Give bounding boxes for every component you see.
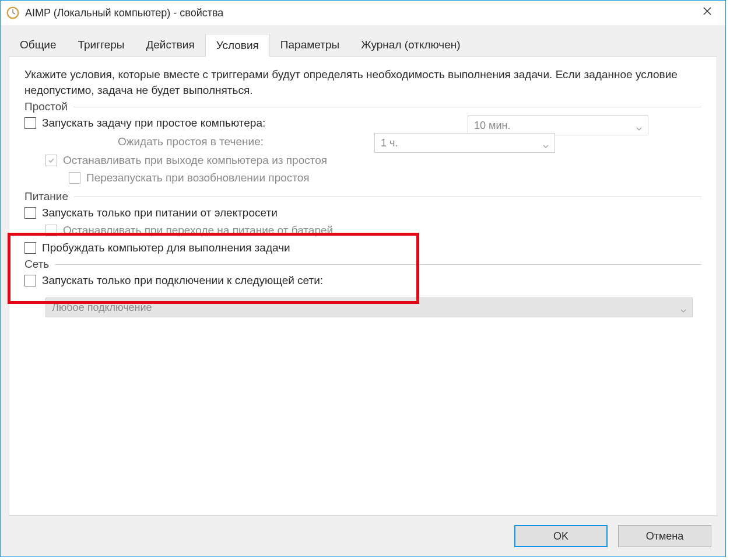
- cancel-button[interactable]: Отмена: [618, 525, 711, 547]
- row-stop-on-battery: Останавливать при переходе на питание от…: [24, 224, 701, 237]
- tab-conditions[interactable]: Условия: [205, 34, 270, 57]
- tab-history[interactable]: Журнал (отключен): [350, 33, 472, 57]
- row-stop-on-idle-end: Останавливать при выходе компьютера из п…: [24, 154, 701, 167]
- label-stop-on-idle-end: Останавливать при выходе компьютера из п…: [63, 154, 327, 167]
- group-idle-header: Простой: [24, 100, 701, 113]
- window-title: AIMP (Локальный компьютер) - свойства: [25, 7, 223, 19]
- checkbox-start-if-idle[interactable]: [24, 117, 36, 129]
- client-area: Общие Триггеры Действия Условия Параметр…: [1, 25, 725, 556]
- combo-network-value: Любое подключение: [52, 302, 152, 314]
- row-start-on-network: Запускать только при подключении к следу…: [24, 274, 701, 287]
- chevron-down-icon: [680, 304, 686, 310]
- tab-general[interactable]: Общие: [9, 33, 67, 57]
- row-wait-idle: Ожидать простоя в течение: 1 ч.: [24, 135, 701, 148]
- group-power-header: Питание: [24, 190, 701, 203]
- checkbox-wake[interactable]: [24, 242, 36, 254]
- combo-wait-hours-value: 1 ч.: [381, 137, 398, 149]
- combo-idle-minutes[interactable]: 10 мин.: [468, 116, 648, 135]
- conditions-panel: Укажите условия, которые вместе с тригге…: [9, 56, 717, 516]
- label-wait-idle: Ожидать простоя в течение:: [118, 135, 264, 148]
- checkmark-icon: [48, 157, 55, 164]
- combo-network: Любое подключение: [45, 298, 693, 317]
- divider: [73, 107, 701, 107]
- tab-settings[interactable]: Параметры: [269, 33, 350, 57]
- checkbox-start-on-ac[interactable]: [24, 207, 36, 219]
- label-stop-on-battery: Останавливать при переходе на питание от…: [63, 224, 333, 237]
- checkbox-start-on-network[interactable]: [24, 275, 36, 286]
- label-start-on-ac: Запускать только при питании от электрос…: [42, 206, 278, 219]
- group-network-title: Сеть: [24, 258, 49, 271]
- divider: [55, 264, 701, 265]
- label-restart-on-idle: Перезапускать при возобновлении простоя: [86, 172, 310, 184]
- tab-actions[interactable]: Действия: [135, 33, 205, 57]
- row-start-on-ac: Запускать только при питании от электрос…: [24, 206, 701, 219]
- titlebar: AIMP (Локальный компьютер) - свойства: [1, 1, 725, 25]
- label-wake: Пробуждать компьютер для выполнения зада…: [42, 242, 290, 254]
- group-idle-title: Простой: [24, 100, 68, 113]
- tabstrip: Общие Триггеры Действия Условия Параметр…: [9, 33, 717, 57]
- dialog-footer: OK Отмена: [9, 516, 717, 556]
- properties-window: AIMP (Локальный компьютер) - свойства Об…: [0, 0, 726, 557]
- group-network-header: Сеть: [24, 258, 701, 271]
- close-button[interactable]: [692, 1, 723, 22]
- label-start-on-network: Запускать только при подключении к следу…: [42, 274, 323, 287]
- label-start-if-idle: Запускать задачу при простое компьютера:: [42, 117, 265, 130]
- scheduler-icon: [6, 6, 19, 19]
- checkbox-restart-on-idle: [69, 172, 80, 184]
- checkbox-stop-on-idle-end: [45, 155, 57, 166]
- combo-idle-minutes-value: 10 мин.: [474, 120, 510, 132]
- intro-text: Укажите условия, которые вместе с тригге…: [24, 67, 701, 98]
- close-icon: [703, 6, 712, 16]
- row-wake: Пробуждать компьютер для выполнения зада…: [24, 242, 701, 254]
- divider: [74, 197, 701, 197]
- group-power-title: Питание: [24, 190, 68, 203]
- row-restart-on-idle: Перезапускать при возобновлении простоя: [24, 172, 701, 184]
- ok-button[interactable]: OK: [514, 525, 608, 547]
- checkbox-stop-on-battery: [45, 225, 57, 236]
- chevron-down-icon: [543, 140, 549, 146]
- tab-triggers[interactable]: Триггеры: [66, 33, 135, 57]
- row-start-if-idle: Запускать задачу при простое компьютера:…: [24, 117, 701, 130]
- combo-wait-hours[interactable]: 1 ч.: [374, 133, 555, 153]
- chevron-down-icon: [636, 123, 642, 128]
